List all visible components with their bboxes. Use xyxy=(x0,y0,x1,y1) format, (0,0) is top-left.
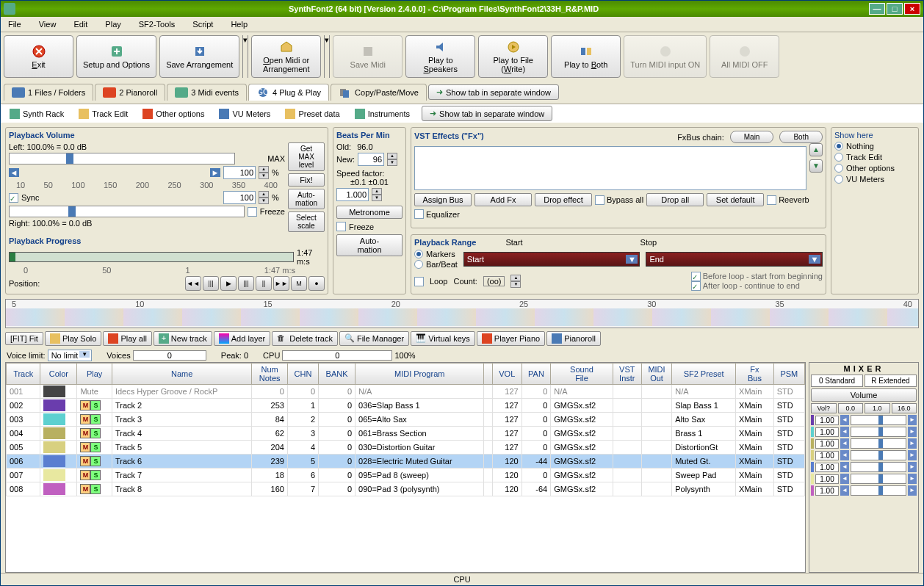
mixer-0-button[interactable]: 0.0 xyxy=(838,403,864,413)
setup-button[interactable]: Setup and Options xyxy=(76,35,156,78)
col-header[interactable]: VST Instr xyxy=(613,363,641,385)
bpm-automation-button[interactable]: Auto- mation xyxy=(336,234,403,256)
show-subtab-separate-button[interactable]: ➜Show tab in separate window xyxy=(422,106,552,121)
col-header[interactable]: CHN xyxy=(287,363,318,385)
open-midi-button[interactable]: Open Midi orArrangement xyxy=(251,35,321,78)
start-combo[interactable]: Start xyxy=(463,252,640,267)
rewind-button[interactable]: ◄◄ xyxy=(185,276,201,291)
step-fwd-button[interactable]: ||| xyxy=(238,276,254,291)
drop-effect-button[interactable]: Drop effect xyxy=(535,193,592,206)
sync-checkbox[interactable] xyxy=(9,193,18,203)
menu-script[interactable]: Script xyxy=(188,18,217,30)
pianoroll-button[interactable]: Pianoroll xyxy=(546,331,601,346)
close-button[interactable]: × xyxy=(904,3,920,15)
col-header[interactable]: PAN xyxy=(521,363,551,385)
show-trackedit-radio[interactable]: Track Edit xyxy=(834,153,915,162)
col-header[interactable]: Play xyxy=(77,363,112,385)
add-layer-button[interactable]: Add layer xyxy=(214,331,270,346)
before-loop-checkbox[interactable] xyxy=(691,272,701,281)
show-other-radio[interactable]: Other options xyxy=(834,164,915,173)
equalizer-checkbox[interactable] xyxy=(414,209,424,219)
save-dropdown[interactable]: ▾ xyxy=(242,35,248,78)
right-arrow[interactable]: ► xyxy=(210,168,220,177)
mixer-row[interactable]: 1.00◄► xyxy=(811,485,917,496)
open-dropdown[interactable]: ▾ xyxy=(324,35,330,78)
mixer-row[interactable]: 1.00◄► xyxy=(811,415,917,425)
mixer-extended-tab[interactable]: R Extended xyxy=(865,375,917,387)
assign-bus-button[interactable]: Assign Bus xyxy=(414,193,472,206)
mixer-standard-tab[interactable]: 0 Standard xyxy=(811,375,863,387)
pause-button[interactable]: || xyxy=(256,276,272,291)
left-volume-slider[interactable] xyxy=(9,153,235,164)
tab-copy-paste[interactable]: Copy/Paste/Move xyxy=(331,84,427,101)
bpm-freeze-checkbox[interactable] xyxy=(336,222,346,231)
speed-input[interactable] xyxy=(336,188,369,201)
show-vu-radio[interactable]: VU Meters xyxy=(834,175,915,184)
voice-limit-select[interactable]: No limit xyxy=(48,350,93,361)
play-both-button[interactable]: Play to Both xyxy=(551,35,621,78)
barbeat-radio[interactable] xyxy=(414,260,423,269)
mixer-row[interactable]: 1.00◄► xyxy=(811,438,917,449)
timeline-overview[interactable]: 510152025303540 xyxy=(5,299,919,328)
virtual-keys-button[interactable]: 🎹Virtual keys xyxy=(411,331,475,346)
left-arrow[interactable]: ◄ xyxy=(9,168,19,177)
metronome-button[interactable]: Metronome xyxy=(336,206,403,219)
maximize-button[interactable]: □ xyxy=(887,3,903,15)
mixer-row[interactable]: 1.00◄► xyxy=(811,462,917,472)
fix-button[interactable]: Fix! xyxy=(288,173,325,187)
menu-edit[interactable]: Edit xyxy=(69,18,92,30)
play-file-button[interactable]: Play to File(Write) xyxy=(478,35,548,78)
col-header[interactable]: Sound File xyxy=(551,363,613,385)
col-header[interactable]: Track xyxy=(7,363,40,385)
table-row[interactable]: 002MSTrack 225310036=Slap Bass 11270GMGS… xyxy=(7,399,805,413)
fx-list[interactable] xyxy=(414,146,806,190)
file-manager-button[interactable]: 🔍File Manager xyxy=(339,331,409,346)
col-header[interactable]: BANK xyxy=(319,363,355,385)
menu-play[interactable]: Play xyxy=(101,18,125,30)
reverb-checkbox[interactable] xyxy=(767,195,776,205)
fx-up-button[interactable]: ▲ xyxy=(809,143,823,156)
after-loop-checkbox[interactable] xyxy=(691,281,701,291)
fit-button[interactable]: [FIT] Fit xyxy=(5,332,43,345)
drop-all-button[interactable]: Drop all xyxy=(646,193,704,206)
new-track-button[interactable]: +New track xyxy=(154,331,212,346)
progress-bar[interactable] xyxy=(9,252,294,262)
mixer-16-button[interactable]: 16.0 xyxy=(892,403,917,413)
play-button[interactable]: ▶ xyxy=(220,276,237,291)
tab-plug-play[interactable]: GO4 Plug & Play xyxy=(248,84,329,101)
subtab-instruments[interactable]: Instruments xyxy=(352,107,413,120)
select-scale-button[interactable]: Select scale xyxy=(288,211,325,232)
fxbus-both-button[interactable]: Both xyxy=(779,131,823,143)
menu-help[interactable]: Help xyxy=(226,18,252,30)
col-header[interactable] xyxy=(484,363,493,385)
vol1-input[interactable] xyxy=(223,166,256,179)
step-back-button[interactable]: ||| xyxy=(203,276,219,291)
col-header[interactable]: MIDI Out xyxy=(641,363,671,385)
col-header[interactable]: MIDI Program xyxy=(355,363,484,385)
table-row[interactable]: 007MSTrack 71860095=Pad 8 (sweep)1200GMG… xyxy=(7,469,805,482)
table-row[interactable]: 008MSTrack 816070090=Pad 3 (polysynth)12… xyxy=(7,482,805,496)
menu-sf2tools[interactable]: SF2-Tools xyxy=(134,18,180,30)
show-tab-separate-button[interactable]: ➜Show tab in separate window xyxy=(428,84,559,100)
tab-midi-events[interactable]: 3 Midi events xyxy=(167,84,247,101)
col-header[interactable]: VOL xyxy=(492,363,521,385)
col-header[interactable]: SF2 Preset xyxy=(672,363,736,385)
stop-button[interactable]: ● xyxy=(308,276,325,291)
freeze-checkbox[interactable] xyxy=(248,207,257,217)
end-combo[interactable]: End xyxy=(646,252,823,267)
subtab-vu-meters[interactable]: VU Meters xyxy=(216,107,273,120)
play-speakers-button[interactable]: Play toSpeakers xyxy=(405,35,475,78)
bpm-new-input[interactable] xyxy=(358,153,384,166)
bypass-checkbox[interactable] xyxy=(595,195,604,205)
col-header[interactable]: Fx Bus xyxy=(736,363,774,385)
set-default-button[interactable]: Set default xyxy=(707,193,764,206)
minimize-button[interactable]: — xyxy=(869,3,885,15)
mixer-row[interactable]: 1.00◄► xyxy=(811,450,917,460)
table-row[interactable]: 006MSTrack 623950028=Electric Muted Guit… xyxy=(7,455,805,469)
markers-radio[interactable] xyxy=(414,250,423,258)
play-solo-button[interactable]: Play Solo xyxy=(45,331,101,346)
right-volume-slider[interactable] xyxy=(9,206,245,217)
add-fx-button[interactable]: Add Fx xyxy=(474,193,532,206)
loop-m-button[interactable]: M xyxy=(291,276,307,291)
automation-button[interactable]: Auto- mation xyxy=(288,189,325,209)
